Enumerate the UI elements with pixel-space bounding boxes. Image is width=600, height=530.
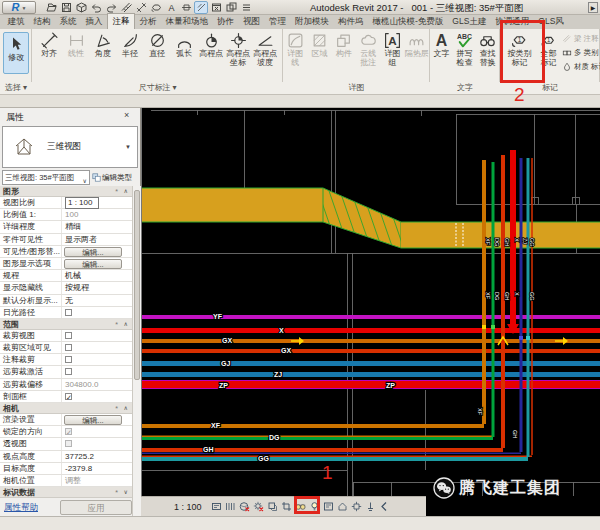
tool-slope[interactable]: 高程点坡度 bbox=[252, 31, 279, 67]
watermark: 腾飞建工集团 bbox=[433, 477, 561, 499]
temporary-view-properties-icon[interactable] bbox=[323, 500, 334, 513]
sun-path-icon[interactable] bbox=[253, 500, 264, 513]
svg-text:GH: GH bbox=[504, 238, 510, 246]
tool-linear[interactable]: 线性 bbox=[63, 31, 90, 67]
menu-icon[interactable] bbox=[239, 1, 253, 14]
property-row[interactable]: 透视图 bbox=[0, 438, 132, 450]
tab-2[interactable]: 系统 bbox=[55, 14, 81, 29]
property-row[interactable]: 相机位置调整 bbox=[0, 475, 132, 487]
svg-text:GG: GG bbox=[529, 292, 535, 301]
tab-8[interactable]: 视图 bbox=[239, 14, 265, 29]
property-row[interactable]: 默认分析显示...无 bbox=[0, 295, 132, 307]
application-menu-button[interactable]: R▼ bbox=[2, 1, 36, 14]
tool-diameter[interactable]: 直径 bbox=[144, 31, 171, 67]
tool-align[interactable]: 对齐 bbox=[36, 31, 63, 67]
tab-10[interactable]: 附加模块 bbox=[291, 14, 334, 29]
tab-9[interactable]: 管理 bbox=[265, 14, 291, 29]
tool-spotxy[interactable]: 高程点坐标 bbox=[225, 31, 252, 67]
tab-0[interactable]: 建筑 bbox=[3, 14, 29, 29]
modify-button[interactable]: 修改 bbox=[3, 32, 29, 74]
open-icon[interactable] bbox=[44, 1, 58, 14]
thin-icon[interactable] bbox=[194, 1, 208, 14]
view-scale-icon[interactable] bbox=[211, 500, 222, 513]
tool-radius[interactable]: 半径 bbox=[117, 31, 144, 67]
tool-spot[interactable]: 高程点 bbox=[198, 31, 225, 67]
tab-13[interactable]: GLS土建 bbox=[448, 14, 491, 29]
tool-mattag[interactable]: 材质 标记 bbox=[562, 60, 600, 73]
tab-12[interactable]: 橄榄山快模-免费版 bbox=[368, 14, 448, 29]
edit-type-button[interactable]: 编辑类型 bbox=[90, 170, 138, 185]
drawing-area[interactable]: YFXGXGXGJZJZPZPXFDGGHGGXFDGGHXZJGGXFDGGH… bbox=[141, 108, 600, 516]
apply-button[interactable]: 应用 bbox=[60, 500, 132, 515]
property-row[interactable]: 视点高度37725.2 bbox=[0, 451, 132, 463]
properties-help-link[interactable]: 属性帮助 bbox=[4, 502, 38, 514]
property-row[interactable]: 详细程度精细 bbox=[0, 221, 132, 233]
property-row[interactable]: 可见性/图形替...编辑... bbox=[0, 246, 132, 258]
tool-beam[interactable]: 梁 注释 bbox=[562, 32, 600, 45]
property-row[interactable]: 显示隐藏线按规程 bbox=[0, 282, 132, 294]
tool-insul[interactable]: 隔热层 bbox=[405, 31, 429, 67]
tool-spell[interactable]: ABC拼写检查 bbox=[453, 31, 476, 67]
tool-textA[interactable]: A文字 bbox=[430, 31, 453, 67]
property-row[interactable]: 比例值 1:100 bbox=[0, 209, 132, 221]
property-row[interactable]: 零件可见性显示两者 bbox=[0, 234, 132, 246]
switchwin-icon[interactable] bbox=[224, 1, 238, 14]
shadows-icon[interactable] bbox=[267, 500, 278, 513]
tool-multicat[interactable]: 多 类别 bbox=[562, 46, 600, 59]
section-header[interactable]: 范围*∧ bbox=[0, 319, 132, 330]
toolbar-overflow-button[interactable]: ▶ bbox=[588, 2, 598, 13]
analytical-model-icon[interactable] bbox=[337, 500, 348, 513]
tab-11[interactable]: 构件坞 bbox=[334, 14, 369, 29]
tab-5[interactable]: 分析 bbox=[135, 14, 161, 29]
tool-cloud[interactable]: 云线批注 bbox=[356, 31, 380, 67]
section-header[interactable]: 相机*∧ bbox=[0, 403, 132, 414]
property-row[interactable]: 规程机械 bbox=[0, 270, 132, 282]
property-row[interactable]: 注释裁剪 bbox=[0, 354, 132, 366]
detail-level-icon[interactable] bbox=[225, 500, 236, 513]
texta-icon[interactable]: A bbox=[164, 1, 178, 14]
dim-icon[interactable] bbox=[134, 1, 148, 14]
cube-icon[interactable] bbox=[74, 1, 88, 14]
tab-4[interactable]: 注释 bbox=[107, 13, 135, 29]
displacement-sets-icon[interactable] bbox=[351, 500, 362, 513]
property-row[interactable]: 图形显示选项编辑... bbox=[0, 258, 132, 270]
instance-selector[interactable]: 三维视图: 35#平面图∨ bbox=[2, 170, 90, 185]
close-icon[interactable]: × bbox=[124, 110, 129, 120]
property-row[interactable]: 日光路径 bbox=[0, 307, 132, 319]
property-row[interactable]: 渲染设置编辑... bbox=[0, 414, 132, 426]
tool-detline[interactable]: 详图线 bbox=[283, 31, 307, 67]
property-row[interactable]: 裁剪视图 bbox=[0, 330, 132, 342]
property-row[interactable]: 视图比例1 : 100 bbox=[0, 197, 132, 209]
view-scale[interactable]: 1 : 100 bbox=[174, 502, 202, 512]
tool-component[interactable]: 构件 bbox=[332, 31, 356, 67]
tool-region[interactable]: 区域 bbox=[307, 31, 331, 67]
tool-arclen[interactable]: 弧长 bbox=[171, 31, 198, 67]
tab-7[interactable]: 协作 bbox=[213, 14, 239, 29]
tool-angle[interactable]: 角度 bbox=[90, 31, 117, 67]
property-row[interactable]: 远剪裁激活 bbox=[0, 366, 132, 378]
section-header[interactable]: 图形*∧ bbox=[0, 186, 132, 197]
property-row[interactable]: 锁定的方向 bbox=[0, 426, 132, 438]
property-row[interactable]: 目标高度-2379.8 bbox=[0, 463, 132, 475]
section-icon[interactable] bbox=[179, 1, 193, 14]
panel-label-select[interactable]: 选择 ▾ bbox=[0, 82, 32, 95]
property-row[interactable]: 裁剪区域可见 bbox=[0, 342, 132, 354]
collapse-icon[interactable] bbox=[379, 500, 390, 513]
reveal-constraints-icon[interactable] bbox=[365, 500, 376, 513]
scrollbar-thumb[interactable] bbox=[134, 190, 140, 380]
visual-style-icon[interactable] bbox=[239, 500, 250, 513]
tab-3[interactable]: 插入 bbox=[81, 14, 107, 29]
tab-6[interactable]: 体量和场地 bbox=[161, 14, 213, 29]
save-icon[interactable] bbox=[59, 1, 73, 14]
tab-1[interactable]: 结构 bbox=[29, 14, 55, 29]
tagq-icon[interactable] bbox=[149, 1, 163, 14]
property-row[interactable]: 远剪裁偏移304800.0 bbox=[0, 379, 132, 391]
type-selector[interactable]: 三维视图 ▼ bbox=[2, 126, 138, 168]
tool-find[interactable]: 查找替换 bbox=[476, 31, 499, 67]
section-header[interactable]: 标识数据*∨ bbox=[0, 487, 132, 498]
undo-icon[interactable] bbox=[89, 1, 103, 14]
closewin-icon[interactable] bbox=[209, 1, 223, 14]
crop-view-icon[interactable] bbox=[281, 500, 292, 513]
property-row[interactable]: 剖面框 bbox=[0, 391, 132, 403]
tool-detgroup[interactable]: A详图组 bbox=[380, 31, 404, 67]
